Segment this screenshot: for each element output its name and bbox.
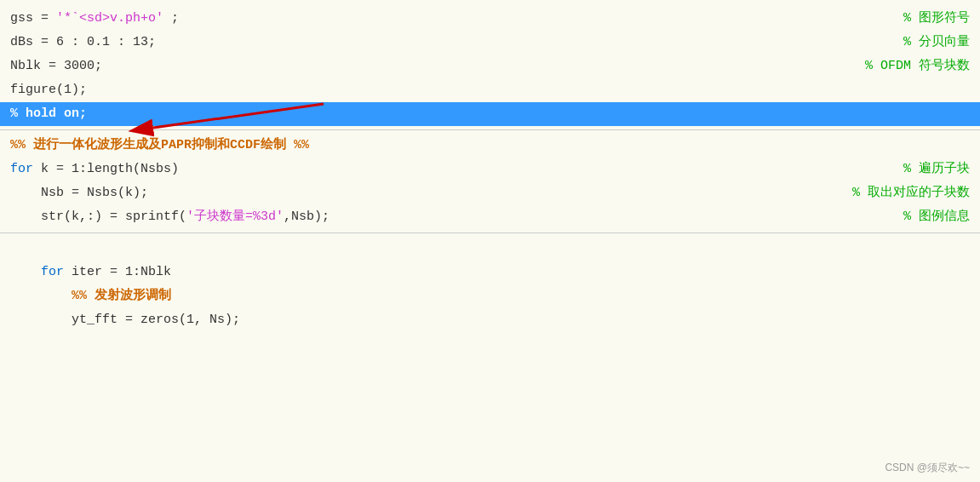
code-text-nblk: Nblk = 3000; bbox=[10, 56, 102, 77]
code-line-str: str(k,:) = sprintf('子块数量=%3d',Nsb); % 图例… bbox=[0, 205, 980, 229]
code-line-nsb: Nsb = Nsbs(k); % 取出对应的子块数 bbox=[0, 181, 980, 205]
comment-gss: % 图形符号 bbox=[869, 9, 970, 29]
code-text-for-iter: for iter = 1:Nblk bbox=[10, 262, 171, 283]
code-text-nsb: Nsb = Nsbs(k); bbox=[10, 183, 148, 204]
comment-nblk: % OFDM 符号块数 bbox=[831, 56, 970, 77]
code-line-dbs: dBs = 6 : 0.1 : 13; % 分贝向量 bbox=[0, 31, 980, 55]
code-line-section-header: %% 进行一体化波形生成及PAPR抑制和CCDF绘制 %% bbox=[0, 134, 980, 158]
divider-2 bbox=[0, 232, 980, 233]
code-line-empty bbox=[0, 237, 980, 261]
code-text-figure: figure(1); bbox=[10, 80, 87, 100]
section-modulation-text: %% 发射波形调制 bbox=[10, 286, 171, 307]
code-line-yt-fft: yt_fft = zeros(1, Ns); bbox=[0, 308, 980, 332]
comment-for-k: % 遍历子块 bbox=[869, 159, 970, 180]
code-line-gss: gss = '*`<sd>v.ph+o' ; % 图形符号 bbox=[0, 7, 980, 31]
code-text-dbs: dBs = 6 : 0.1 : 13; bbox=[10, 32, 156, 53]
code-line-section-modulation: %% 发射波形调制 bbox=[0, 284, 980, 308]
code-line-nblk: Nblk = 3000; % OFDM 符号块数 bbox=[0, 55, 980, 78]
comment-dbs: % 分贝向量 bbox=[869, 32, 970, 53]
code-line-for-k: for k = 1:length(Nsbs) % 遍历子块 bbox=[0, 158, 980, 181]
code-line-figure: figure(1); bbox=[0, 78, 980, 102]
code-text-yt-fft: yt_fft = zeros(1, Ns); bbox=[10, 310, 240, 330]
code-container: gss = '*`<sd>v.ph+o' ; % 图形符号 dBs = 6 : … bbox=[0, 0, 980, 482]
code-text-for-k: for k = 1:length(Nsbs) bbox=[10, 159, 179, 180]
code-text-gss: gss = '*`<sd>v.ph+o' ; bbox=[10, 9, 179, 29]
code-line-for-iter: for iter = 1:Nblk bbox=[0, 261, 980, 284]
comment-str: % 图例信息 bbox=[869, 207, 970, 227]
code-text-hold-on: % hold on; bbox=[10, 104, 87, 124]
section-header-text: %% 进行一体化波形生成及PAPR抑制和CCDF绘制 %% bbox=[10, 135, 309, 156]
watermark: CSDN @须尽欢~~ bbox=[885, 461, 970, 475]
code-line-hold-on: % hold on; bbox=[0, 102, 980, 126]
divider-1 bbox=[0, 129, 980, 130]
code-text-str: str(k,:) = sprintf('子块数量=%3d',Nsb); bbox=[10, 207, 330, 227]
comment-nsb: % 取出对应的子块数 bbox=[818, 183, 970, 204]
